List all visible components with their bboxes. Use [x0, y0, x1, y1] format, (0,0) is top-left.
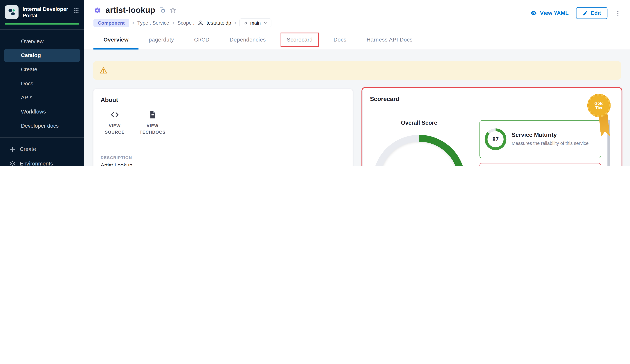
sidebar-item-label: Environments: [20, 160, 53, 166]
tab-dependencies[interactable]: Dependencies: [220, 31, 276, 50]
sidebar-item-catalog[interactable]: Catalog: [4, 48, 80, 62]
description-label: DESCRIPTION: [101, 155, 132, 160]
about-title: About: [93, 89, 352, 103]
component-gear-icon: [93, 6, 102, 14]
org-hierarchy-icon: [198, 20, 203, 26]
apps-grid-icon[interactable]: [73, 7, 79, 14]
app-root: Internal Developer Portal Overview Catal…: [0, 0, 630, 166]
separator: •: [234, 20, 236, 26]
check-description: Measures the reliability of this service: [512, 140, 589, 147]
divider: [0, 29, 84, 30]
sidebar-item-create-new[interactable]: Create: [4, 142, 80, 156]
view-source-label: VIEW SOURCE: [99, 122, 130, 135]
chevron-down-icon: [263, 21, 267, 25]
warning-banner: [93, 61, 621, 80]
edit-label: Edit: [591, 10, 601, 16]
tab-harness-api-docs[interactable]: Harness API Docs: [356, 31, 423, 50]
star-icon[interactable]: [169, 7, 176, 14]
branch-icon: [243, 21, 248, 25]
plus-icon: [9, 146, 16, 152]
check-score: 87: [485, 128, 506, 150]
sidebar-item-developer-docs[interactable]: Developer docs: [4, 119, 80, 132]
tab-scorecard[interactable]: Scorecard: [276, 31, 324, 50]
scorecard-title: Scorecard: [363, 88, 621, 102]
edit-button[interactable]: Edit: [576, 7, 608, 19]
view-techdocs-button[interactable]: VIEW TECHDOCS: [137, 110, 168, 136]
about-card: About VIEW SOURCE VIEW TECHDOCS: [93, 88, 353, 166]
portal-title: Internal Developer Portal: [22, 5, 69, 19]
brand: Internal Developer Portal: [0, 0, 84, 22]
description-value: Artist Lookup: [101, 162, 132, 166]
check-card-devops[interactable]: 47 DevOps Measures the reliability of th…: [480, 163, 601, 166]
scorecard-checks-list: 87 Service Maturity Measures the reliabi…: [480, 120, 601, 166]
overall-score-label: Overall Score: [373, 120, 466, 126]
scorecard-card: Scorecard Gold Tier Overall Score 75: [362, 88, 622, 166]
code-icon: [110, 110, 119, 119]
badge-label: Gold Tier: [593, 101, 605, 110]
entity-type: Type : Service: [137, 20, 169, 26]
branch-selector[interactable]: main: [239, 18, 271, 27]
view-yaml-label: View YAML: [540, 10, 569, 16]
annotation-highlight-box: Scorecard: [281, 33, 319, 47]
page-title: artist-lookup: [106, 6, 155, 15]
divider: [0, 137, 84, 137]
sidebar-nav: Overview Catalog Create Docs APIs Workfl…: [0, 34, 84, 132]
check-title: Service Maturity: [512, 132, 589, 138]
eye-icon: [530, 10, 537, 16]
scope-label: Scope :: [178, 20, 194, 26]
overall-score-donut: 75: [373, 135, 466, 166]
separator: •: [172, 20, 174, 26]
view-techdocs-label: VIEW TECHDOCS: [137, 122, 168, 135]
separator: •: [132, 20, 134, 26]
sidebar-item-create[interactable]: Create: [4, 63, 80, 76]
sidebar-item-label: Create: [20, 146, 36, 152]
layers-icon: [9, 160, 16, 166]
copy-icon[interactable]: [159, 7, 165, 13]
portal-logo-icon[interactable]: [5, 5, 18, 19]
check-card-service-maturity[interactable]: 87 Service Maturity Measures the reliabi…: [480, 120, 601, 158]
tab-cicd[interactable]: CI/CD: [184, 31, 220, 50]
main-area: artist-lookup Component • Type : Service…: [84, 0, 630, 166]
document-icon: [148, 110, 157, 119]
entity-kind-chip: Component: [93, 19, 129, 27]
badge-rosette: Gold Tier: [588, 94, 611, 117]
more-options-icon[interactable]: [615, 10, 621, 17]
overall-score-value: 75: [373, 135, 466, 166]
gold-tier-badge: Gold Tier: [588, 94, 611, 117]
sidebar-item-environments[interactable]: Environments: [4, 157, 80, 166]
sidebar-item-workflows[interactable]: Workflows: [4, 105, 80, 118]
tab-overview[interactable]: Overview: [93, 31, 138, 50]
check-ring: 87: [485, 128, 506, 150]
scope-value: testautoidp: [206, 20, 231, 26]
pencil-icon: [582, 10, 588, 16]
view-source-button[interactable]: VIEW SOURCE: [99, 110, 130, 136]
sidebar-item-apis[interactable]: APIs: [4, 91, 80, 104]
content-area: About VIEW SOURCE VIEW TECHDOCS: [84, 50, 630, 166]
entity-header: artist-lookup Component • Type : Service…: [84, 0, 630, 50]
brand-accent-line: [5, 23, 79, 24]
branch-value: main: [250, 20, 261, 26]
overall-score-section: Overall Score 75: [373, 120, 466, 166]
tab-pagerduty[interactable]: pagerduty: [139, 31, 184, 50]
tab-bar: Overview pagerduty CI/CD Dependencies Sc…: [93, 31, 630, 50]
sidebar-item-overview[interactable]: Overview: [4, 34, 80, 48]
view-yaml-button[interactable]: View YAML: [530, 10, 568, 16]
description-field: DESCRIPTION Artist Lookup: [101, 155, 132, 166]
warning-icon: [99, 66, 108, 74]
sidebar-item-docs[interactable]: Docs: [4, 77, 80, 90]
sidebar: Internal Developer Portal Overview Catal…: [0, 0, 84, 166]
tab-docs[interactable]: Docs: [324, 31, 356, 50]
